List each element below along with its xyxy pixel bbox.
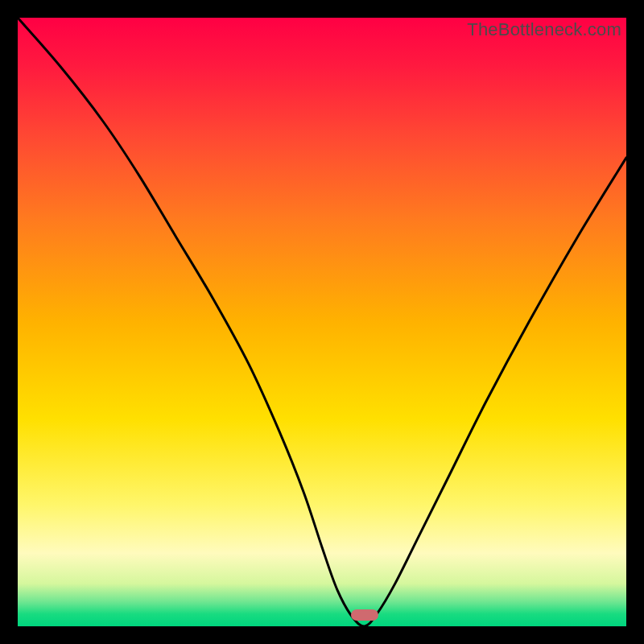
optimum-marker	[351, 609, 378, 621]
chart-frame: TheBottleneck.com	[0, 0, 644, 644]
bottleneck-curve-path	[18, 18, 626, 626]
plot-area: TheBottleneck.com	[18, 18, 626, 626]
curve-svg	[18, 18, 626, 626]
